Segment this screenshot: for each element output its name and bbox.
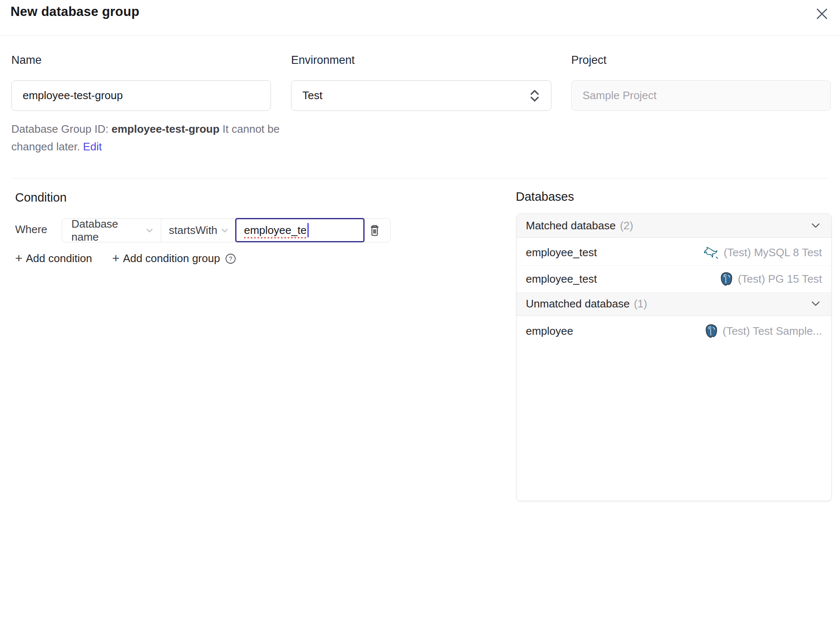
database-instance: (Test) Test Sample... bbox=[704, 324, 822, 338]
condition-operator-select[interactable]: startsWith bbox=[161, 219, 235, 242]
database-name: employee bbox=[526, 325, 573, 338]
chevron-down-icon bbox=[809, 219, 822, 232]
svg-text:?: ? bbox=[229, 255, 232, 262]
add-condition-button[interactable]: + Add condition bbox=[15, 252, 92, 265]
add-condition-group-button[interactable]: + Add condition group ? bbox=[112, 252, 236, 265]
matched-database-list: employee_test (Test) MySQL 8 Test employ… bbox=[517, 238, 831, 292]
add-condition-label: Add condition bbox=[26, 252, 92, 265]
text-cursor bbox=[307, 223, 309, 237]
condition-field-select[interactable]: Database name bbox=[62, 219, 161, 242]
header-divider bbox=[0, 35, 840, 36]
condition-operator-value: startsWith bbox=[169, 224, 218, 237]
where-label: Where bbox=[15, 223, 47, 236]
delete-condition-button[interactable] bbox=[365, 219, 384, 242]
instance-label: (Test) MySQL 8 Test bbox=[724, 246, 822, 259]
database-name: employee_test bbox=[526, 273, 597, 286]
mysql-icon bbox=[704, 247, 719, 259]
database-name: employee_test bbox=[526, 246, 597, 259]
instance-label: (Test) PG 15 Test bbox=[738, 273, 822, 286]
database-instance: (Test) MySQL 8 Test bbox=[704, 246, 822, 259]
environment-label: Environment bbox=[291, 54, 355, 67]
postgres-icon bbox=[704, 324, 718, 338]
condition-value-input[interactable]: employee_te bbox=[235, 218, 365, 242]
databases-heading: Databases bbox=[516, 190, 574, 204]
group-id-prefix: Database Group ID: bbox=[11, 123, 111, 135]
plus-icon: + bbox=[15, 252, 23, 265]
condition-field-value: Database name bbox=[71, 218, 145, 244]
project-input-disabled: Sample Project bbox=[571, 80, 831, 111]
group-id-value: employee-test-group bbox=[111, 123, 219, 135]
unmatched-database-section-header[interactable]: Unmatched database (1) bbox=[517, 292, 831, 316]
instance-label: (Test) Test Sample... bbox=[723, 325, 822, 338]
database-row: employee_test (Test) MySQL 8 Test bbox=[517, 240, 831, 266]
chevron-down-icon bbox=[145, 226, 154, 235]
plus-icon: + bbox=[112, 252, 120, 265]
chevron-down-icon bbox=[220, 226, 229, 235]
trash-icon bbox=[369, 224, 381, 237]
chevron-down-icon bbox=[809, 297, 822, 310]
edit-id-link[interactable]: Edit bbox=[83, 140, 102, 153]
databases-panel: Matched database (2) employee_test (Test… bbox=[516, 213, 832, 501]
name-label: Name bbox=[11, 54, 42, 67]
updown-chevron-icon bbox=[529, 89, 540, 103]
name-input[interactable]: employee-test-group bbox=[11, 80, 271, 111]
add-condition-group-label: Add condition group bbox=[123, 252, 220, 265]
database-group-id-help: Database Group ID: employee-test-group I… bbox=[11, 120, 284, 155]
postgres-icon bbox=[719, 272, 733, 286]
close-button[interactable] bbox=[813, 5, 831, 23]
unmatched-database-list: employee (Test) Test Sample... bbox=[517, 316, 831, 344]
dialog-title: New database group bbox=[10, 4, 139, 19]
database-row: employee_test (Test) PG 15 Test bbox=[517, 266, 831, 292]
matched-database-title: Matched database bbox=[526, 219, 616, 232]
environment-select[interactable]: Test bbox=[291, 80, 551, 111]
database-instance: (Test) PG 15 Test bbox=[719, 272, 822, 286]
name-input-value: employee-test-group bbox=[23, 89, 123, 102]
environment-select-value: Test bbox=[302, 89, 323, 102]
condition-actions-row: + Add condition + Add condition group ? bbox=[15, 252, 236, 265]
condition-value-text: employee_te bbox=[244, 224, 307, 237]
condition-expression-group: Database name startsWith employee_te bbox=[62, 218, 391, 242]
new-database-group-dialog: New database group Name employee-test-gr… bbox=[0, 0, 840, 630]
help-circle-icon[interactable]: ? bbox=[225, 253, 236, 264]
matched-database-section-header[interactable]: Matched database (2) bbox=[517, 214, 831, 238]
project-input-value: Sample Project bbox=[583, 89, 656, 102]
project-label: Project bbox=[571, 54, 606, 67]
database-row: employee (Test) Test Sample... bbox=[517, 318, 831, 344]
unmatched-database-title: Unmatched database bbox=[526, 297, 630, 310]
unmatched-database-count: (1) bbox=[634, 297, 647, 310]
section-divider bbox=[10, 178, 830, 178]
condition-heading: Condition bbox=[15, 191, 67, 205]
matched-database-count: (2) bbox=[620, 219, 633, 232]
close-icon bbox=[815, 7, 829, 21]
